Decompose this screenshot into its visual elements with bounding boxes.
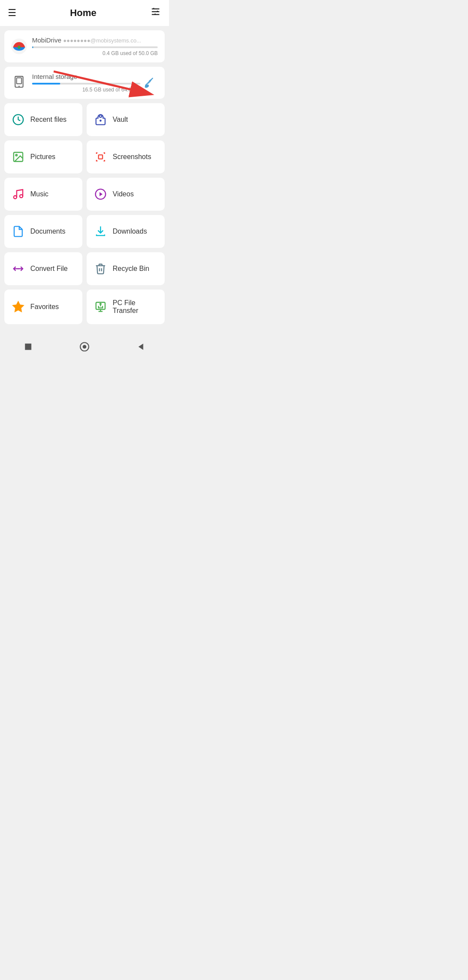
mobidrive-bar — [32, 46, 33, 48]
mobidrive-name: MobiDrive ●●●●●●●●@mobisystems.co... — [32, 36, 158, 44]
nav-back-button[interactable] — [135, 341, 147, 353]
favorites-label: Favorites — [30, 303, 59, 311]
music-label: Music — [30, 190, 49, 198]
convert-file-label: Convert File — [30, 265, 68, 273]
grid-item-documents[interactable]: Documents — [4, 215, 82, 248]
grid-item-music[interactable]: Music — [4, 178, 82, 211]
vault-icon — [94, 113, 107, 127]
features-grid: Recent files Vault — [4, 103, 165, 324]
star-icon — [11, 300, 25, 314]
svg-point-27 — [83, 345, 87, 349]
svg-point-17 — [16, 154, 17, 156]
svg-rect-18 — [98, 155, 102, 159]
svg-point-13 — [100, 120, 102, 122]
grid-item-pc-file-transfer[interactable]: PC File Transfer — [87, 290, 165, 324]
internal-storage-used-text: 16.5 GB used of 64.0 GB — [32, 87, 140, 93]
app-header: ☰ Home — [0, 0, 169, 26]
main-content: MobiDrive ●●●●●●●●@mobisystems.co... 0.4… — [0, 26, 169, 324]
grid-item-recent-files[interactable]: Recent files — [4, 103, 82, 136]
grid-item-recycle-bin[interactable]: Recycle Bin — [87, 252, 165, 285]
internal-storage-card[interactable]: Internal storage 16.5 GB used of 64.0 GB — [4, 67, 165, 99]
document-icon — [11, 225, 25, 238]
mobidrive-info: MobiDrive ●●●●●●●●@mobisystems.co... 0.4… — [32, 36, 158, 56]
clean-storage-button[interactable] — [140, 74, 158, 91]
svg-marker-22 — [100, 192, 103, 196]
storage-device-icon — [11, 75, 27, 91]
svg-rect-25 — [25, 344, 32, 350]
internal-storage-info: Internal storage 16.5 GB used of 64.0 GB — [32, 73, 140, 93]
svg-marker-28 — [139, 344, 143, 350]
grid-item-vault[interactable]: Vault — [87, 103, 165, 136]
svg-point-20 — [20, 195, 23, 198]
transfer-icon — [94, 300, 107, 314]
mobidrive-email: ●●●●●●●●@mobisystems.co... — [63, 37, 141, 44]
page-title: Home — [70, 7, 96, 19]
internal-storage-bar — [32, 83, 60, 85]
grid-item-screenshots[interactable]: Screenshots — [87, 140, 165, 173]
videos-label: Videos — [113, 190, 134, 198]
mobidrive-logo — [11, 39, 27, 54]
videos-icon — [94, 187, 107, 201]
mobidrive-card[interactable]: MobiDrive ●●●●●●●●@mobisystems.co... 0.4… — [4, 30, 165, 62]
recent-files-label: Recent files — [30, 116, 67, 124]
mobidrive-used-text: 0.4 GB used of 50.0 GB — [32, 50, 158, 56]
documents-label: Documents — [30, 228, 65, 235]
svg-marker-23 — [13, 302, 23, 311]
grid-item-downloads[interactable]: Downloads — [87, 215, 165, 248]
svg-rect-8 — [16, 78, 21, 84]
pictures-icon — [11, 150, 25, 164]
recycle-bin-label: Recycle Bin — [113, 265, 149, 273]
internal-storage-name: Internal storage — [32, 73, 140, 80]
pictures-label: Pictures — [30, 153, 55, 161]
svg-point-19 — [14, 196, 17, 199]
grid-item-favorites[interactable]: Favorites — [4, 290, 82, 324]
internal-storage-bar-bg — [32, 83, 140, 85]
svg-point-9 — [19, 86, 20, 87]
internal-storage-wrapper: Internal storage 16.5 GB used of 64.0 GB — [4, 67, 165, 99]
music-icon — [11, 187, 25, 201]
screenshots-label: Screenshots — [113, 153, 151, 161]
grid-item-videos[interactable]: Videos — [87, 178, 165, 211]
screenshots-icon — [94, 150, 107, 164]
mobidrive-bar-bg — [32, 46, 158, 48]
download-icon — [94, 225, 107, 238]
hamburger-icon[interactable]: ☰ — [8, 8, 16, 18]
clock-icon — [11, 113, 25, 127]
nav-square-button[interactable] — [22, 341, 34, 353]
downloads-label: Downloads — [113, 228, 147, 235]
nav-circle-button[interactable] — [78, 341, 91, 353]
settings-icon[interactable] — [150, 6, 161, 20]
vault-label: Vault — [113, 116, 128, 124]
grid-item-pictures[interactable]: Pictures — [4, 140, 82, 173]
grid-item-convert-file[interactable]: Convert File — [4, 252, 82, 285]
pc-file-transfer-label: PC File Transfer — [113, 299, 158, 315]
bottom-navigation — [0, 333, 169, 363]
trash-icon — [94, 262, 107, 276]
convert-icon — [11, 262, 25, 276]
